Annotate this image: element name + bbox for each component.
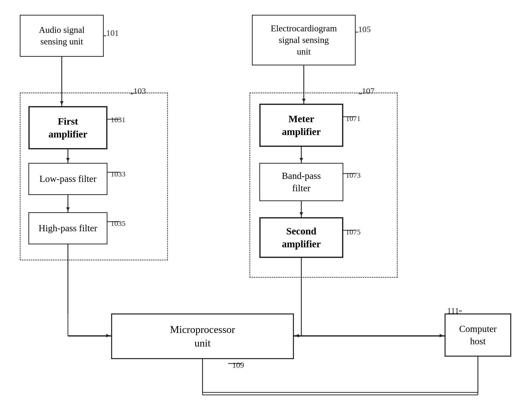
ref-111: 111 <box>447 306 459 315</box>
ref-105: 105 <box>358 25 371 34</box>
microprocessor-label: Microprocessor unit <box>170 323 235 350</box>
audio-signal-label: Audio signal sensing unit <box>39 24 85 47</box>
computer-host-block: Computer host <box>445 313 511 357</box>
high-pass-filter-label: High-pass filter <box>39 222 97 234</box>
meter-amplifier-label: Meter amplifier <box>282 113 321 138</box>
high-pass-filter-block: High-pass filter <box>28 212 107 244</box>
audio-signal-block: Audio signal sensing unit <box>20 15 104 57</box>
computer-host-label: Computer host <box>459 323 497 347</box>
ecg-signal-label: Electrocardiogram signal sensing unit <box>271 23 337 57</box>
first-amplifier-label: First amplifier <box>48 115 87 141</box>
second-amplifier-label: Second amplifier <box>282 225 321 251</box>
ref-103: 103 <box>133 86 146 96</box>
low-pass-filter-label: Low-pass filter <box>39 173 96 185</box>
first-amplifier-block: First amplifier <box>28 106 107 149</box>
low-pass-filter-block: Low-pass filter <box>28 163 107 195</box>
second-amplifier-block: Second amplifier <box>259 217 343 258</box>
ref-107: 107 <box>362 86 374 96</box>
ref-101: 101 <box>106 28 119 38</box>
bandpass-filter-block: Band-pass filter <box>259 163 343 201</box>
microprocessor-block: Microprocessor unit <box>111 313 294 359</box>
meter-amplifier-block: Meter amplifier <box>259 104 343 147</box>
bandpass-filter-label: Band-pass filter <box>282 170 321 194</box>
ecg-signal-block: Electrocardiogram signal sensing unit <box>252 15 356 65</box>
